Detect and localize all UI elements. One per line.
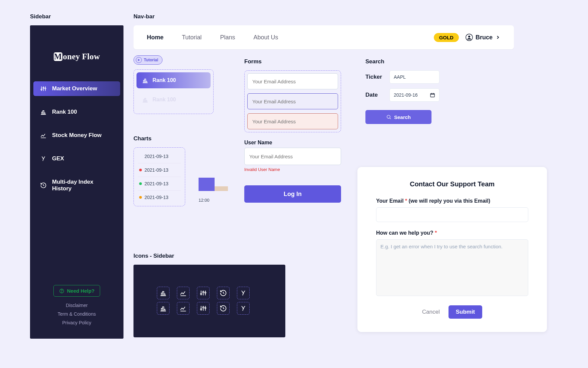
search-button-label: Search	[394, 114, 411, 120]
bar-primary	[199, 178, 215, 191]
status-dot-yellow	[139, 196, 142, 199]
section-label-navbar: Nav-bar	[133, 13, 514, 20]
email-input-error[interactable]	[247, 113, 338, 129]
date-value: 2021-09-13	[144, 195, 169, 200]
tutorial-pill-label: Tutorial	[144, 58, 158, 62]
footer-link-terms[interactable]: Term & Conditions	[30, 311, 123, 317]
date-value: 2021-09-13	[144, 181, 169, 186]
sidebar-item-market-overview[interactable]: Market Overview	[33, 81, 120, 96]
bar-chart-icon	[157, 302, 170, 315]
submit-button[interactable]: Submit	[449, 305, 483, 319]
section-label-search: Search	[365, 58, 442, 65]
search-icon	[386, 114, 391, 120]
contact-message-textarea[interactable]	[376, 239, 528, 296]
user-icon	[466, 34, 473, 41]
svg-point-8	[203, 291, 204, 293]
bar-chart-icon	[157, 287, 170, 299]
need-help-button[interactable]: Need Help?	[53, 285, 100, 297]
chart-x-label: 12:00	[199, 198, 228, 203]
svg-point-11	[203, 307, 204, 308]
sidebar-item-multi-day-history[interactable]: Multi-day Index History	[33, 175, 120, 196]
sidebar-item-label: GEX	[52, 155, 64, 162]
required-star: *	[435, 230, 437, 236]
date-label: Date	[365, 92, 383, 98]
required-star: *	[405, 198, 407, 204]
date-value: 2021-09-16	[394, 92, 418, 98]
rank-button-label: Rank 100	[153, 97, 176, 103]
date-input[interactable]: 2021-09-16	[389, 88, 439, 102]
sidebar-item-label: Multi-day Index History	[52, 179, 113, 192]
icons-panel	[133, 265, 285, 337]
input-states-group	[244, 70, 341, 132]
history-icon	[40, 182, 47, 189]
username-label: User Name	[244, 140, 341, 146]
sidebar-footer: Need Help? Disclaimer Term & Conditions …	[30, 285, 123, 339]
svg-rect-13	[430, 93, 434, 97]
nav-link-plans[interactable]: Plans	[220, 34, 235, 41]
footer-link-privacy[interactable]: Privacy Policy	[30, 320, 123, 325]
trend-line-icon	[177, 287, 190, 299]
gamma-icon	[237, 287, 250, 299]
sliders-icon	[197, 287, 210, 299]
contact-email-label: Your Email * (we will reply you via this…	[376, 198, 528, 204]
date-row: 2021-09-13	[138, 190, 181, 204]
cancel-button[interactable]: Cancel	[422, 305, 440, 319]
date-row: 2021-09-13	[138, 150, 181, 163]
trend-line-icon	[40, 132, 47, 139]
sidebar: Money Flow Market Overview Rank 100 Stoc…	[30, 25, 123, 339]
login-button[interactable]: Log In	[244, 185, 341, 203]
sliders-icon	[40, 85, 47, 92]
rank-button-label: Rank 100	[153, 77, 176, 83]
sidebar-nav: Market Overview Rank 100 Stock Money Flo…	[30, 81, 123, 196]
email-input-focused[interactable]	[247, 93, 338, 109]
username-input[interactable]	[244, 148, 341, 165]
svg-point-10	[201, 309, 202, 310]
nav-link-home[interactable]: Home	[147, 34, 164, 41]
section-label-charts: Charts	[133, 135, 185, 142]
svg-point-14	[387, 115, 390, 118]
bar-chart-icon	[40, 109, 47, 115]
nav-link-tutorial[interactable]: Tutorial	[182, 34, 202, 41]
gold-badge: GOLD	[434, 33, 459, 42]
footer-link-disclaimer[interactable]: Disclaimer	[30, 303, 123, 308]
sidebar-item-stock-money-flow[interactable]: Stock Money Flow	[33, 128, 120, 143]
svg-point-12	[205, 307, 206, 309]
need-help-label: Need Help?	[67, 288, 95, 294]
gamma-icon	[237, 302, 250, 315]
sliders-icon	[197, 302, 210, 315]
svg-point-6	[468, 36, 470, 38]
contact-panel: Contact Our Support Team Your Email * (w…	[357, 167, 547, 332]
contact-email-input[interactable]	[376, 207, 528, 222]
contact-title: Contact Our Support Team	[376, 180, 528, 188]
play-icon	[136, 57, 142, 63]
user-menu[interactable]: Bruce	[466, 34, 501, 41]
mini-bar-chart: 12:00	[199, 174, 228, 203]
navbar: Home Tutorial Plans About Us GOLD Bruce	[133, 25, 514, 49]
sidebar-item-gex[interactable]: GEX	[33, 151, 120, 166]
svg-point-9	[205, 292, 206, 293]
ticker-input[interactable]	[389, 70, 439, 84]
rank-100-button-ghost[interactable]: Rank 100	[136, 92, 211, 108]
date-value: 2021-09-13	[144, 167, 169, 173]
svg-point-4	[61, 292, 62, 292]
section-label-icons-sidebar: Icons - Sidebar	[133, 253, 285, 259]
sidebar-item-rank-100[interactable]: Rank 100	[33, 105, 120, 119]
ticker-label: Ticker	[365, 74, 383, 80]
svg-point-0	[41, 89, 42, 90]
sidebar-item-label: Market Overview	[52, 85, 97, 92]
date-row: 2021-09-13	[138, 177, 181, 190]
status-dot-red	[139, 169, 142, 171]
chevron-right-icon	[495, 35, 501, 40]
email-input-default[interactable]	[247, 73, 338, 89]
rank-100-button-active[interactable]: Rank 100	[136, 72, 211, 88]
history-icon	[217, 287, 230, 299]
tutorial-pill[interactable]: Tutorial	[133, 55, 163, 65]
search-button[interactable]: Search	[365, 110, 431, 124]
sidebar-item-label: Stock Money Flow	[52, 132, 101, 139]
bar-chart-icon	[142, 96, 149, 103]
contact-help-label: How can we help you? *	[376, 230, 528, 236]
logo: Money Flow	[30, 52, 123, 61]
bar-secondary	[215, 186, 228, 191]
rank-buttons-group: Rank 100 Rank 100	[133, 69, 214, 114]
nav-link-about[interactable]: About Us	[253, 34, 278, 41]
